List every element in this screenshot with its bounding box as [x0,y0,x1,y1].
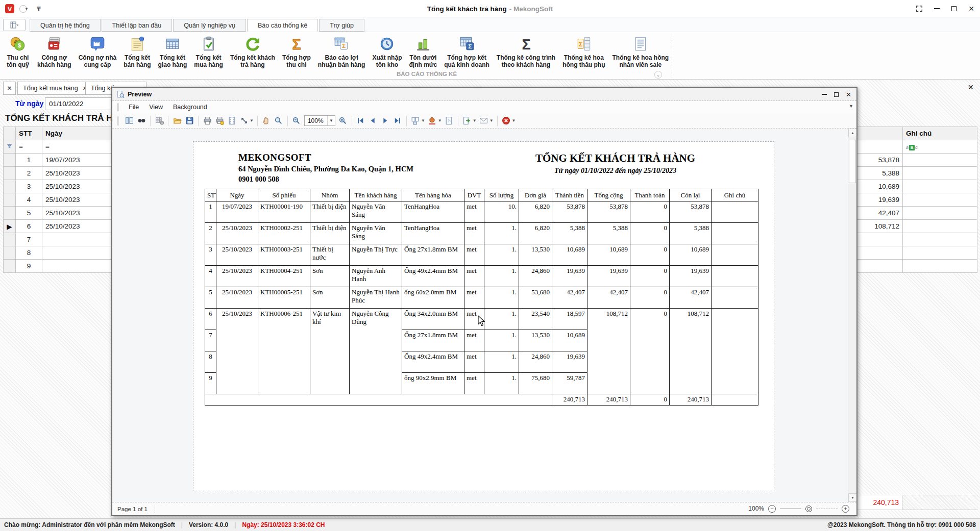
close-all-tabs-button[interactable]: ✕ [3,82,16,95]
close-document-button[interactable]: ✕ [968,83,974,91]
page-color-button[interactable] [427,115,438,127]
ribbon-button-returns-refresh[interactable]: Tổng kết khách trả hàng [227,33,279,69]
app-logo-v-icon[interactable]: V [5,4,14,13]
preview-titlebar[interactable]: Preview ✕ [112,88,856,101]
next-page-button[interactable] [380,115,391,127]
print-button[interactable] [202,115,213,127]
ribbon-tab-3[interactable]: Quản lý nghiệp vụ [173,19,246,32]
grid-cell-ghichu[interactable] [903,233,977,246]
ribbon-button-business-result-table[interactable]: ΣTổng hợp kết quả kinh doanh [440,33,493,69]
fullscreen-button[interactable] [915,4,924,13]
zoom-slider-thumb[interactable] [805,505,812,512]
chevron-down-icon[interactable]: ▼ [473,118,477,123]
grid-cell-ghichu[interactable] [903,167,977,180]
close-button[interactable]: ✕ [967,4,976,13]
preview-scrollbar[interactable]: ▲ ▼ [848,129,856,502]
ribbon-tab-2[interactable]: Thiết lập ban đầu [102,19,173,32]
ribbon-button-customer-debt-cards[interactable]: Công nợ khách hàng [34,33,75,69]
preview-document-area[interactable]: MEKONGSOFT 64 Nguyễn Đình Chiểu, Phường … [112,129,856,502]
prev-page-button[interactable] [368,115,379,127]
open-file-button[interactable] [172,115,183,127]
grid-cell-stt[interactable]: 2 [16,167,42,180]
customize-quick-access-icon[interactable]: ₸ [37,6,41,12]
export-document-button[interactable] [461,115,473,127]
chevron-down-icon[interactable]: ▼ [250,118,254,123]
ribbon-button-sales-note[interactable]: Tổng kết bán hàng [120,33,154,69]
zoom-combo[interactable]: 100%▼ [304,115,335,126]
grid-cell-stt[interactable]: 6 [16,220,42,233]
grid-cell-stt[interactable]: 1 [16,154,42,167]
ribbon-collapse-button[interactable]: ⌄ [654,71,662,79]
grid-cell-stt[interactable]: 5 [16,207,42,220]
grid-column-header-ghichu[interactable]: Ghi chú [903,127,977,140]
menu-item-view[interactable]: View [144,102,168,112]
grid-cell-ghichu[interactable] [903,180,977,193]
grid-column-header-stt[interactable]: STT [16,127,42,140]
quick-print-button[interactable] [214,115,225,127]
zoom-in-button[interactable]: + [842,505,849,513]
zoom-out-button[interactable] [291,115,302,127]
search-button[interactable] [136,115,147,127]
zoom-in-button[interactable] [337,115,349,127]
zoom-slider-track[interactable] [816,509,838,509]
chevron-down-icon[interactable]: ▼ [489,118,494,123]
grid-cell-ghichu[interactable] [903,220,977,233]
grid-filter-cell[interactable]: aBc [903,140,977,154]
menu-item-file[interactable]: File [124,102,144,112]
ribbon-tab-5[interactable]: Trợ giúp [319,19,364,32]
grid-cell-stt[interactable]: 8 [16,246,42,260]
doc-tab-purchase-summary[interactable]: Tổng kết mua hàng ✕ [17,82,93,95]
page-setup-button[interactable] [226,115,237,127]
ribbon-button-stock-bar-chart[interactable]: Tồn dưới định mức [405,33,440,69]
magnifier-button[interactable] [273,115,284,127]
menu-item-background[interactable]: Background [168,102,212,112]
grid-cell-stt[interactable]: 3 [16,180,42,193]
chevron-down-icon[interactable]: ▼ [421,118,425,123]
chevron-down-icon[interactable]: ▼ [849,104,853,109]
close-preview-button[interactable] [501,115,512,127]
chevron-down-icon[interactable]: ▼ [327,116,335,125]
document-map-button[interactable] [124,115,135,127]
chevron-down-icon[interactable]: ▼ [438,118,442,123]
ribbon-button-cash-coins[interactable]: €$Thu chi tồn quỹ [2,33,34,69]
grid-cell-ghichu[interactable] [903,193,977,207]
chevron-down-icon[interactable]: ▼ [512,118,516,123]
scrollbar-thumb[interactable] [849,140,856,183]
ribbon-button-sigma-black[interactable]: ΣThống kê công trình theo khách hàng [493,33,559,69]
grid-cell-ghichu[interactable] [903,260,977,273]
ribbon-button-delivery-table[interactable]: Tổng kết giao hàng [155,33,191,69]
scroll-down-button[interactable]: ▼ [848,493,856,502]
grid-filter-indicator[interactable] [4,140,16,154]
ribbon-tab-1[interactable]: Quản trị hệ thống [30,19,101,32]
last-page-button[interactable] [392,115,403,127]
ribbon-button-sigma-orange[interactable]: ΣTổng hợp thu chi [279,33,314,69]
scale-button[interactable] [238,115,250,127]
ribbon-button-supplier-badge[interactable]: Công nợ nhà cung cấp [75,33,120,69]
send-email-button[interactable] [478,115,489,127]
ribbon-tab-4[interactable]: Báo cáo thống kê [247,19,318,32]
quick-access-item[interactable]: ▼ [19,5,29,13]
hand-tool-button[interactable] [261,115,272,127]
ribbon-button-purchase-clipboard[interactable]: Tổng kết mua hàng [190,33,227,69]
customize-grid-button[interactable] [154,115,165,127]
ribbon-button-inventory-clock[interactable]: Xuất nhập tồn kho [369,33,405,69]
grid-cell-ghichu[interactable] [903,154,977,167]
app-menu-button[interactable] [3,19,26,31]
grid-cell-stt[interactable]: 7 [16,233,42,246]
grid-cell-ghichu[interactable] [903,246,977,260]
minimize-button[interactable] [932,4,941,13]
save-file-button[interactable] [184,115,195,127]
first-page-button[interactable] [355,115,366,127]
maximize-button[interactable] [949,4,959,13]
preview-close-button[interactable]: ✕ [846,91,851,98]
zoom-out-button[interactable]: − [768,505,776,513]
watermark-button[interactable]: A [444,115,455,127]
grid-cell-stt[interactable]: 4 [16,193,42,207]
preview-maximize-button[interactable] [834,92,839,97]
grid-cell-ghichu[interactable] [903,207,977,220]
ribbon-button-sales-commission-doc[interactable]: Thống kê hoa hồng nhân viên sale [608,33,672,69]
preview-minimize-button[interactable] [822,94,827,95]
grid-filter-cell[interactable]: = [16,140,42,154]
grid-cell-stt[interactable]: 9 [16,260,42,273]
ribbon-button-profit-report[interactable]: ΣBáo cáo lợi nhuận bán hàng [314,33,369,69]
